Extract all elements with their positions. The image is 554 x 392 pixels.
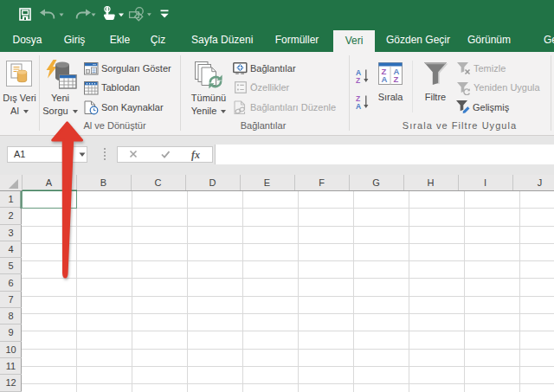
svg-text:A: A: [382, 74, 388, 84]
svg-text:A: A: [356, 102, 361, 111]
svg-text:Z: Z: [394, 74, 399, 84]
svg-text:Z: Z: [356, 76, 360, 85]
svg-text:fx: fx: [191, 149, 200, 161]
